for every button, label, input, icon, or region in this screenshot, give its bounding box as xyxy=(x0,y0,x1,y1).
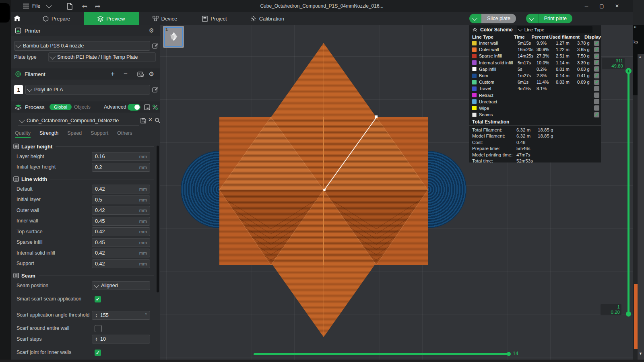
ams-sync-icon[interactable] xyxy=(137,71,144,77)
legend-display-checkbox[interactable] xyxy=(594,93,599,98)
param-input[interactable]: 0.45mm xyxy=(92,217,150,226)
advanced-toggle[interactable] xyxy=(128,104,140,111)
legend-row[interactable]: Brim1m27s2.8%0.14 m0.41 g✓ xyxy=(469,72,601,79)
compare-presets-icon[interactable] xyxy=(152,104,158,110)
param-combo[interactable]: Aligned xyxy=(92,281,150,290)
legend-row[interactable]: Outer wall16m20s30.9%1.22 m3.65 g✓ xyxy=(469,46,601,53)
param-input[interactable]: 0.2mm xyxy=(92,163,150,172)
maximize-button[interactable]: ▢ xyxy=(596,0,608,12)
redo-icon[interactable]: ➦ xyxy=(95,2,100,10)
param-label: Outer wall xyxy=(17,208,90,214)
legend-row[interactable]: Seams✓ xyxy=(469,111,601,118)
param-checkbox[interactable]: ✓ xyxy=(95,296,101,302)
legend-display-checkbox[interactable]: ✓ xyxy=(594,53,599,59)
legend-display-checkbox[interactable] xyxy=(594,105,599,111)
color-scheme-select[interactable]: Line Type xyxy=(517,26,592,33)
printer-preset-select[interactable]: Bambu Lab P1S 0.4 nozzle xyxy=(14,41,150,51)
param-input[interactable]: 0.42mm xyxy=(92,227,150,236)
moves-slider-handle[interactable] xyxy=(507,352,511,356)
hamburger-menu-icon[interactable] xyxy=(23,4,29,8)
legend-row[interactable]: Retract xyxy=(469,92,601,99)
legend-display-checkbox[interactable] xyxy=(594,86,599,91)
param-checkbox[interactable] xyxy=(95,325,102,332)
param-unit: mm xyxy=(139,187,147,191)
spinner-arrows-icon[interactable]: ▲▼ xyxy=(95,313,98,317)
plate-type-select[interactable]: Smooth PEI Plate / High Temp Plate xyxy=(48,52,156,62)
tab-prepare[interactable]: Prepare xyxy=(35,12,78,25)
param-checkbox[interactable]: ✓ xyxy=(95,350,101,356)
param-input[interactable]: 0.42mm xyxy=(92,249,150,257)
legend-row[interactable]: Sparse infill14m25s27.3%2.51 m7.50 g✓ xyxy=(469,53,601,59)
print-plate-dropdown-icon[interactable] xyxy=(526,14,539,23)
printer-edit-icon[interactable] xyxy=(152,43,158,49)
param-spinner[interactable]: ▲▼155° xyxy=(92,311,150,320)
param-input[interactable]: 0.42mm xyxy=(92,206,150,215)
scope-global-pill[interactable]: Global xyxy=(50,104,72,110)
filament-edit-icon[interactable] xyxy=(152,86,158,93)
legend-display-checkbox[interactable]: ✓ xyxy=(594,80,599,85)
tab-preview[interactable]: Preview xyxy=(84,12,138,25)
remove-filament-icon[interactable]: − xyxy=(124,70,128,78)
legend-display-checkbox[interactable]: ✓ xyxy=(594,47,599,52)
param-input[interactable]: 0.5mm xyxy=(92,195,150,204)
save-preset-icon[interactable] xyxy=(140,118,146,123)
file-menu-chevron-icon[interactable] xyxy=(46,3,52,8)
legend-row[interactable]: Internal solid infill5m17s10.0%1.14 m3.3… xyxy=(469,60,601,66)
background-scrollbar-track[interactable] xyxy=(638,54,644,360)
minimize-button[interactable]: ─ xyxy=(580,0,592,12)
param-tab-support[interactable]: Support xyxy=(91,130,108,138)
scroll-up-icon[interactable]: ▲ xyxy=(638,55,642,59)
legend-row[interactable]: Gap infill5s0.2%0.01 m0.03 g✓ xyxy=(469,66,601,72)
home-icon[interactable] xyxy=(13,15,21,22)
file-menu[interactable]: File xyxy=(32,3,40,9)
legend-display-checkbox[interactable]: ✓ xyxy=(594,112,599,117)
collapse-panel-icon[interactable] xyxy=(472,27,477,32)
filament-settings-gear-icon[interactable]: ⚙ xyxy=(149,70,154,78)
param-tab-strength[interactable]: Strength xyxy=(39,130,58,138)
tab-device[interactable]: Device xyxy=(144,12,186,25)
param-tab-speed[interactable]: Speed xyxy=(67,130,82,138)
tab-calibration[interactable]: Calibration xyxy=(242,12,292,25)
legend-row[interactable]: Travel4m16s8.1% xyxy=(469,85,601,92)
tab-project[interactable]: Project xyxy=(194,12,235,25)
legend-row[interactable]: Wipe xyxy=(469,105,601,111)
moves-slider-track[interactable] xyxy=(254,353,509,355)
legend-row[interactable]: Inner wall5m15s9.9%1.27 m3.78 g✓ xyxy=(469,40,601,46)
legend-time: 16m20s xyxy=(518,47,537,52)
layer-slider-handle-top[interactable]: + xyxy=(625,68,632,74)
close-button[interactable]: ✕ xyxy=(611,0,623,12)
legend-row[interactable]: Custom6m1s11.4%0.03 m0.09 g✓ xyxy=(469,79,601,85)
clear-preset-icon[interactable]: ✕ xyxy=(148,117,153,123)
process-preset-select[interactable]: Cube_Octahedron_Compound_04Nozzle xyxy=(18,116,139,125)
add-filament-icon[interactable]: + xyxy=(111,70,115,78)
filament-preset-select[interactable]: PolyLite PLA xyxy=(25,85,150,95)
legend-row[interactable]: Unretract xyxy=(469,99,601,105)
param-tab-quality[interactable]: Quality xyxy=(15,130,31,138)
slice-plate-button[interactable]: Slice plate xyxy=(469,14,516,23)
parameter-table-icon[interactable] xyxy=(144,104,150,110)
layer-slider-track[interactable] xyxy=(627,71,630,314)
param-input[interactable]: 0.45mm xyxy=(92,238,150,247)
param-input[interactable]: 0.16mm xyxy=(92,152,150,161)
layer-slider-handle-bottom[interactable] xyxy=(626,311,631,317)
search-icon[interactable] xyxy=(155,117,160,123)
legend-display-checkbox[interactable]: ✓ xyxy=(594,60,599,65)
background-scrollbar-thumb-orange[interactable] xyxy=(634,284,638,349)
param-input[interactable]: 0.42mm xyxy=(92,259,150,268)
legend-display-checkbox[interactable]: ✓ xyxy=(594,66,599,72)
print-plate-button[interactable]: Print plate xyxy=(526,14,572,23)
legend-display-checkbox[interactable]: ✓ xyxy=(594,73,599,78)
new-project-icon[interactable] xyxy=(67,3,73,10)
side-panel-scrollbar[interactable] xyxy=(157,146,159,292)
legend-display-checkbox[interactable] xyxy=(594,99,599,104)
param-spinner[interactable]: ▲▼10 xyxy=(92,335,150,343)
undo-icon[interactable]: ➦ xyxy=(82,2,87,10)
scope-objects-label[interactable]: Objects xyxy=(74,104,91,110)
printer-settings-gear-icon[interactable]: ⚙ xyxy=(149,27,154,34)
spinner-arrows-icon[interactable]: ▲▼ xyxy=(95,337,98,341)
slice-plate-dropdown-icon[interactable] xyxy=(469,14,481,23)
param-input[interactable]: 0.42mm xyxy=(92,185,150,193)
param-tab-others[interactable]: Others xyxy=(117,130,132,138)
scroll-down-icon[interactable]: ▼ xyxy=(639,352,642,356)
legend-display-checkbox[interactable]: ✓ xyxy=(594,41,599,46)
